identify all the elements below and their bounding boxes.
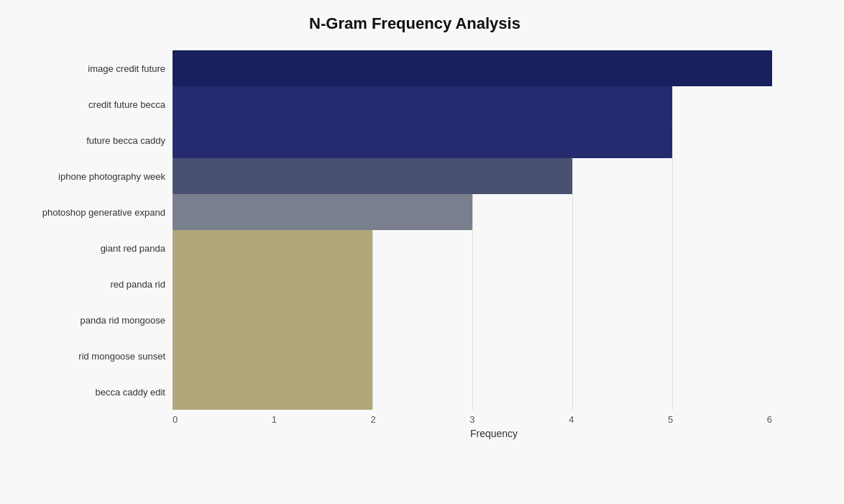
bar [173, 230, 372, 266]
x-axis-ticks: 0123456 [173, 414, 772, 425]
bar-row: iphone photography week [173, 158, 772, 194]
bar-label: becca caddy edit [14, 387, 165, 398]
bar [173, 158, 572, 194]
x-tick: 5 [668, 414, 673, 425]
bar [173, 338, 372, 374]
bar-label: credit future becca [14, 99, 165, 110]
bar [173, 194, 472, 230]
bar-row: photoshop generative expand [173, 194, 772, 230]
bar-label: image credit future [14, 63, 165, 74]
x-axis-label: Frequency [14, 428, 815, 439]
bar-row: future becca caddy [173, 122, 772, 158]
x-tick: 2 [371, 414, 376, 425]
bar [173, 374, 372, 410]
bar-row: panda rid mongoose [173, 302, 772, 338]
bar-label: giant red panda [14, 243, 165, 254]
chart-title: N-Gram Frequency Analysis [14, 14, 815, 33]
x-axis: 0123456 [14, 410, 815, 425]
bars-wrapper: image credit futurecredit future beccafu… [14, 50, 815, 410]
chart-container: N-Gram Frequency Analysis image credit f… [0, 0, 844, 504]
bar [173, 302, 372, 338]
bar-row: rid mongoose sunset [173, 338, 772, 374]
x-tick: 1 [272, 414, 277, 425]
bar-label: panda rid mongoose [14, 315, 165, 326]
chart-area: image credit futurecredit future beccafu… [14, 50, 815, 439]
bar-label: iphone photography week [14, 171, 165, 182]
bar [173, 86, 672, 122]
bar-label: future becca caddy [14, 135, 165, 146]
bar-row: credit future becca [173, 86, 772, 122]
bar-row: becca caddy edit [173, 374, 772, 410]
bar-label: red panda rid [14, 279, 165, 290]
x-tick: 3 [469, 414, 474, 425]
x-tick: 4 [569, 414, 574, 425]
bar-label: rid mongoose sunset [14, 351, 165, 362]
bar [173, 50, 772, 86]
bar [173, 266, 372, 302]
bar [173, 122, 672, 158]
bar-row: image credit future [173, 50, 772, 86]
bar-label: photoshop generative expand [14, 207, 165, 218]
x-tick: 0 [173, 414, 178, 425]
bar-row: red panda rid [173, 266, 772, 302]
bar-row: giant red panda [173, 230, 772, 266]
x-tick: 6 [767, 414, 772, 425]
